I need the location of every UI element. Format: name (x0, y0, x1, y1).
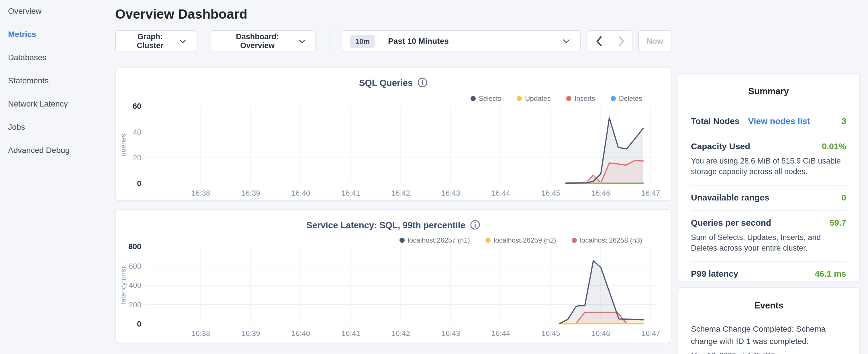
graph-scope-dropdown[interactable]: Graph: Cluster (115, 30, 196, 52)
svg-text:16:47: 16:47 (642, 329, 660, 338)
legend-dot (517, 96, 522, 101)
svg-text:16:41: 16:41 (342, 329, 360, 338)
svg-text:16:43: 16:43 (442, 189, 460, 197)
legend-item-localhost-26259-n2[interactable]: localhost:26259 (n2) (486, 236, 556, 244)
summary-title: Summary (691, 86, 846, 97)
summary-row-label: P99 latency (691, 269, 738, 279)
svg-text:queries: queries (119, 134, 127, 156)
dashboard-select-dropdown[interactable]: Dashboard: Overview (211, 30, 315, 52)
legend-label: localhost:26257 (n1) (408, 236, 470, 244)
sidebar-item-databases[interactable]: Databases (8, 53, 105, 62)
controls-divider (330, 30, 330, 52)
legend-label: Inserts (575, 95, 595, 102)
svg-text:0: 0 (137, 179, 141, 188)
prev-window-button[interactable] (588, 31, 610, 52)
view-nodes-list-link[interactable]: View nodes list (748, 116, 810, 126)
summary-row-p99-latency: P99 latency46.1 ms (691, 261, 846, 282)
svg-text:16:38: 16:38 (191, 329, 210, 338)
summary-row-unavailable-ranges: Unavailable ranges0 (691, 185, 846, 210)
legend-item-selects[interactable]: Selects (470, 95, 501, 102)
events-title: Events (691, 300, 847, 311)
events-list: Schema Change Completed: Schema change w… (691, 323, 847, 354)
svg-text:200: 200 (129, 300, 141, 309)
svg-text:20: 20 (133, 154, 141, 162)
sidebar-item-metrics[interactable]: Metrics (8, 30, 105, 39)
event-text: Schema Change Completed: Schema change w… (691, 323, 837, 348)
time-window-pager (588, 30, 633, 52)
legend-dot (566, 96, 571, 101)
summary-row-label: Unavailable ranges (691, 193, 769, 202)
sidebar: OverviewMetricsDatabasesStatementsNetwor… (8, 6, 105, 169)
svg-text:16:39: 16:39 (242, 189, 260, 197)
event-timestamp: May 13, 2020 at 4:45 PM (691, 351, 847, 354)
sidebar-item-statements[interactable]: Statements (8, 76, 105, 86)
summary-rows: Total NodesView nodes list3Capacity Used… (691, 109, 846, 282)
legend-label: Deletes (619, 95, 642, 102)
legend-label: localhost:26258 (n3) (580, 236, 642, 244)
svg-text:16:40: 16:40 (291, 189, 310, 197)
event-item[interactable]: Schema Change Completed: Schema change w… (691, 323, 847, 354)
svg-text:16:41: 16:41 (342, 189, 360, 197)
legend-label: Selects (479, 95, 501, 102)
summary-row-description: Sum of Selects, Updates, Inserts, and De… (691, 232, 846, 254)
svg-text:16:39: 16:39 (242, 329, 260, 338)
chevron-down-icon (180, 39, 186, 43)
time-range-badge: 10m (350, 35, 375, 48)
chart-plot[interactable]: 16:3816:3916:4016:4116:4216:4316:4416:45… (116, 244, 672, 341)
dashboard-controls: Graph: Cluster Dashboard: Overview 10m P… (115, 30, 672, 52)
svg-text:16:45: 16:45 (541, 329, 560, 338)
info-icon[interactable] (470, 220, 480, 231)
summary-row-value: 0.01% (822, 141, 846, 151)
svg-text:latency (ms): latency (ms) (119, 267, 127, 304)
sidebar-item-overview[interactable]: Overview (8, 6, 105, 16)
svg-text:16:43: 16:43 (442, 329, 460, 338)
main-content: Overview Dashboard Graph: Cluster Dashbo… (115, 0, 672, 343)
now-button[interactable]: Now (638, 30, 672, 52)
legend-item-inserts[interactable]: Inserts (566, 95, 595, 102)
summary-row-value: 3 (841, 116, 846, 126)
summary-row-value: 59.7 (830, 218, 846, 228)
chevron-right-icon (618, 36, 624, 46)
summary-row-value: 46.1 ms (815, 269, 846, 279)
sidebar-item-network-latency[interactable]: Network Latency (8, 99, 105, 109)
info-icon[interactable] (417, 77, 428, 89)
chevron-down-icon (299, 39, 305, 43)
dashboard-select-dropdown-label: Dashboard: Overview (221, 32, 294, 50)
sidebar-item-jobs[interactable]: Jobs (8, 122, 105, 132)
legend-item-deletes[interactable]: Deletes (611, 95, 642, 102)
right-panel: Summary Total NodesView nodes list3Capac… (678, 73, 860, 354)
svg-text:16:38: 16:38 (191, 189, 210, 197)
legend-item-localhost-26257-n1[interactable]: localhost:26257 (n1) (400, 236, 470, 244)
summary-row-label: Capacity Used (691, 141, 750, 151)
time-range-dropdown[interactable]: 10m Past 10 Minutes (342, 30, 580, 52)
chart-title: Service Latency: SQL, 99th percentile (306, 220, 465, 231)
summary-row-description: You are using 28.6 MiB of 515.9 GiB usab… (691, 156, 846, 177)
chart-plot[interactable]: 16:3816:3916:4016:4116:4216:4316:4416:45… (116, 103, 672, 201)
summary-row-capacity-used: Capacity Used0.01%You are using 28.6 MiB… (691, 134, 846, 185)
legend-dot (400, 238, 405, 243)
svg-text:16:42: 16:42 (392, 329, 410, 338)
svg-text:800: 800 (128, 244, 141, 251)
legend-dot (486, 238, 491, 243)
summary-panel: Summary Total NodesView nodes list3Capac… (678, 73, 860, 282)
chart-card-sql-queries: SQL Queries SelectsUpdatesInsertsDeletes… (115, 67, 672, 201)
graph-scope-dropdown-label: Graph: Cluster (125, 32, 175, 50)
svg-text:40: 40 (133, 128, 141, 136)
legend-label: Updates (525, 95, 551, 102)
summary-row-total-nodes: Total NodesView nodes list3 (691, 109, 846, 134)
svg-text:16:44: 16:44 (492, 329, 510, 338)
chart-card-service-latency: Service Latency: SQL, 99th percentile lo… (115, 210, 672, 343)
svg-text:16:45: 16:45 (541, 189, 560, 197)
legend-item-localhost-26258-n3[interactable]: localhost:26258 (n3) (572, 236, 642, 244)
chevron-left-icon (596, 36, 602, 46)
svg-text:16:46: 16:46 (591, 329, 610, 338)
next-window-button[interactable] (610, 31, 632, 52)
sidebar-item-advanced-debug[interactable]: Advanced Debug (8, 146, 105, 155)
chart-title: SQL Queries (359, 78, 413, 88)
summary-row-value: 0 (841, 193, 846, 202)
legend-dot (611, 96, 616, 101)
summary-row-queries-per-second: Queries per second59.7Sum of Selects, Up… (691, 210, 846, 261)
chart-legend: localhost:26257 (n1)localhost:26259 (n2)… (400, 236, 642, 244)
legend-item-updates[interactable]: Updates (517, 95, 551, 102)
svg-text:16:40: 16:40 (291, 329, 310, 338)
